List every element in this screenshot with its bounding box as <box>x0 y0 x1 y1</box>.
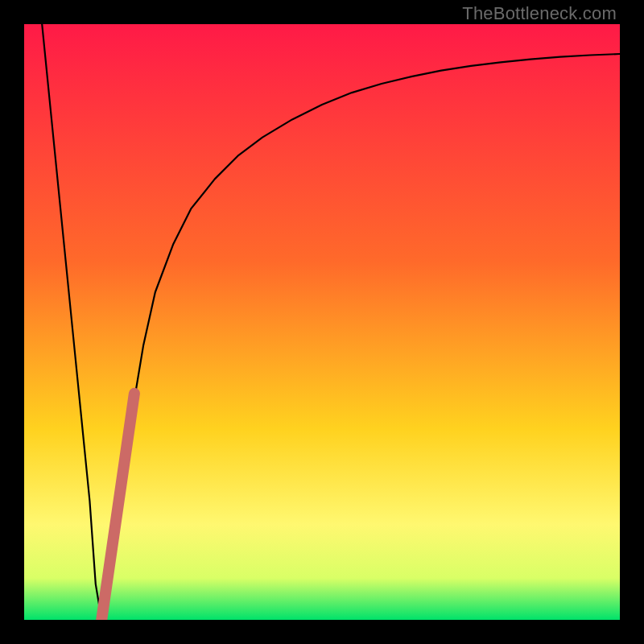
plot-area <box>24 24 620 620</box>
frame: TheBottleneck.com <box>0 0 644 644</box>
chart-svg <box>24 24 620 620</box>
watermark: TheBottleneck.com <box>462 3 617 24</box>
